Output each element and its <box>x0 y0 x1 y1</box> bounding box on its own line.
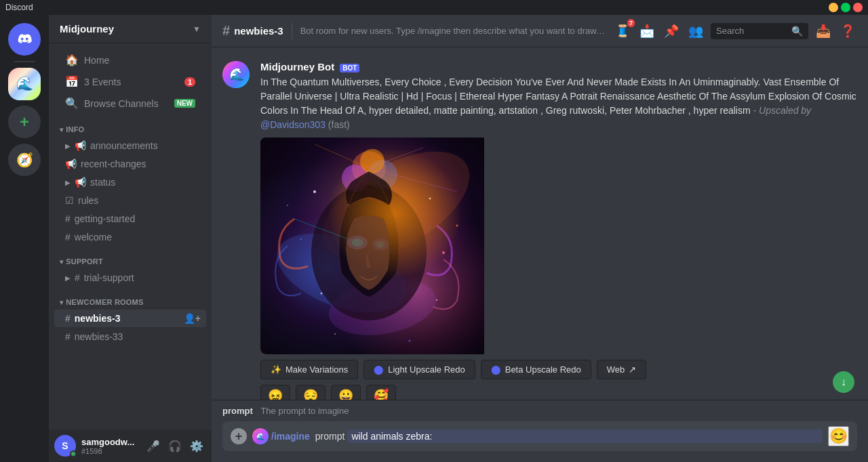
section-support-label: SUPPORT <box>66 257 103 266</box>
thread-icon-btn[interactable]: 🧵 7 <box>613 22 632 41</box>
channel-getting-started[interactable]: # getting-started <box>54 210 206 228</box>
channel-announcements[interactable]: ▶ 📢 announcements <box>54 137 206 154</box>
section-newcomer[interactable]: ▾ NEWCOMER ROOMS <box>49 287 212 309</box>
speed: (fast) <box>328 119 350 130</box>
settings-button[interactable]: ⚙️ <box>187 436 206 455</box>
attach-button[interactable]: + <box>231 428 247 444</box>
rules-icon: ☑ <box>65 195 74 206</box>
sidebar-item-browse-channels[interactable]: 🔍 Browse Channels NEW <box>54 93 206 114</box>
sidebar-item-home-label: Home <box>84 55 109 66</box>
messages-area: 🌊 Midjourney Bot BOT In The Quantum Mult… <box>212 47 868 400</box>
reactions-row: 😖 😔 😀 🥰 <box>260 385 857 400</box>
sidebar-item-events[interactable]: 📅 3 Events 1 <box>54 71 206 92</box>
maximize-button[interactable]: ☐ <box>841 3 850 12</box>
user-tag: #1598 <box>81 447 138 455</box>
user-panel: S samgoodw... #1598 🎤 🎧 ⚙️ <box>49 429 212 462</box>
sidebar-item-events-label: 3 Events <box>84 77 121 87</box>
discover-servers-button[interactable]: 🧭 <box>8 144 41 176</box>
prompt-input[interactable] <box>347 429 823 443</box>
mute-button[interactable]: 🎤 <box>144 436 163 455</box>
mention[interactable]: @Davidson303 <box>260 119 326 130</box>
channel-recent-changes[interactable]: 📢 recent-changes <box>54 155 206 173</box>
svg-text:🌊: 🌊 <box>229 67 245 82</box>
web-button[interactable]: Web ↗ <box>597 360 647 379</box>
search-bar[interactable]: 🔍 <box>711 23 808 39</box>
inbox-btn-2[interactable]: 📥 <box>814 22 833 41</box>
command-text: /imagine <box>271 431 310 442</box>
emoji-button[interactable]: 😊 <box>828 426 849 446</box>
command-area: 🌊 /imagine prompt <box>252 428 823 444</box>
sidebar-item-home[interactable]: 🏠 Home <box>54 49 206 70</box>
make-variations-label: Make Variations <box>285 364 348 375</box>
section-info[interactable]: ▾ INFO <box>49 114 212 136</box>
close-button[interactable]: ✕ <box>853 3 863 12</box>
param-text: prompt <box>315 431 345 442</box>
scroll-to-bottom-button[interactable]: ↓ <box>833 371 854 393</box>
server-icon-midjourney[interactable]: 🌊 <box>8 68 41 100</box>
user-info: samgoodw... #1598 <box>81 437 138 455</box>
channel-rules-label: rules <box>78 195 98 206</box>
events-badge: 1 <box>184 77 195 87</box>
user-avatar: S <box>54 435 76 457</box>
message-header: Midjourney Bot BOT <box>260 61 857 72</box>
inbox-icon-btn[interactable]: 📩 <box>637 22 656 41</box>
section-info-arrow: ▾ <box>60 126 63 133</box>
light-upscale-label: Light Upscale Redo <box>388 364 465 375</box>
server-header-arrow: ▼ <box>193 24 201 34</box>
deafen-button[interactable]: 🎧 <box>165 436 184 455</box>
browse-new-badge: NEW <box>174 99 195 108</box>
channel-welcome[interactable]: # welcome <box>54 228 206 246</box>
inbox-icon: 📩 <box>639 24 654 39</box>
help-icon: ❓ <box>840 24 855 39</box>
image-attachment[interactable] <box>260 138 491 354</box>
minimize-button[interactable]: — <box>829 3 838 12</box>
message-group: 🌊 Midjourney Bot BOT In The Quantum Mult… <box>212 58 868 400</box>
section-newcomer-arrow: ▾ <box>60 299 63 306</box>
main-content: # newbies-3 Bot room for new users. Type… <box>212 15 868 462</box>
events-icon: 📅 <box>65 75 79 88</box>
members-icon-btn[interactable]: 👥 <box>686 22 705 41</box>
channel-newbies-33[interactable]: # newbies-33 <box>54 328 206 345</box>
topbar: # newbies-3 Bot room for new users. Type… <box>212 15 868 47</box>
expand-icon: ▶ <box>65 142 71 150</box>
channel-trial-support[interactable]: ▶ # trial-support <box>54 269 206 287</box>
server-list: 🌊 + 🧭 <box>0 15 49 462</box>
add-member-icon[interactable]: 👤+ <box>184 313 201 324</box>
server-header[interactable]: Midjourney ▼ <box>49 15 212 43</box>
pin-icon: 📌 <box>664 24 679 39</box>
announcement-icon: 📢 <box>75 140 86 151</box>
username: samgoodw... <box>81 437 138 447</box>
light-upscale-redo-button[interactable]: ⬤ Light Upscale Redo <box>363 360 475 379</box>
channel-newbies-3[interactable]: # newbies-3 👤+ <box>54 310 206 327</box>
hash-icon-3: # <box>75 272 80 283</box>
help-icon-btn[interactable]: ❓ <box>838 22 857 41</box>
reaction-sad[interactable]: 😔 <box>296 385 326 400</box>
upscale-info: - Upscaled by <box>753 105 812 116</box>
reaction-angry[interactable]: 😖 <box>260 385 290 400</box>
channel-newbies-3-label: newbies-3 <box>75 313 121 324</box>
make-variations-button[interactable]: ✨ Make Variations <box>260 360 358 379</box>
beta-upscale-icon: ⬤ <box>491 364 501 375</box>
section-support[interactable]: ▾ SUPPORT <box>49 247 212 268</box>
prompt-label: prompt <box>222 406 253 416</box>
home-icon: 🏠 <box>65 54 79 66</box>
add-server-button[interactable]: + <box>8 106 41 138</box>
search-input[interactable] <box>716 26 787 36</box>
sidebar-item-browse-label: Browse Channels <box>84 98 159 109</box>
beta-upscale-redo-button[interactable]: ⬤ Beta Upscale Redo <box>481 360 591 379</box>
beta-upscale-label: Beta Upscale Redo <box>505 364 581 375</box>
reaction-love[interactable]: 🥰 <box>366 385 396 400</box>
reaction-happy[interactable]: 😀 <box>331 385 361 400</box>
server-icon-discord[interactable] <box>8 23 41 56</box>
channel-rules[interactable]: ☑ rules <box>54 192 206 209</box>
message-input-bar[interactable]: + 🌊 /imagine prompt 😊 <box>222 421 857 451</box>
message-author: Midjourney Bot <box>260 61 334 72</box>
channel-status[interactable]: ▶ 📢 status <box>54 173 206 191</box>
topbar-divider <box>292 23 292 39</box>
channel-status-label: status <box>90 177 115 188</box>
announcement-icon-3: 📢 <box>75 177 86 188</box>
topbar-channel-name: newbies-3 <box>234 25 283 37</box>
channel-recent-changes-label: recent-changes <box>81 159 146 169</box>
message-content: Midjourney Bot BOT In The Quantum Multiv… <box>260 61 857 400</box>
pin-icon-btn[interactable]: 📌 <box>662 22 681 41</box>
